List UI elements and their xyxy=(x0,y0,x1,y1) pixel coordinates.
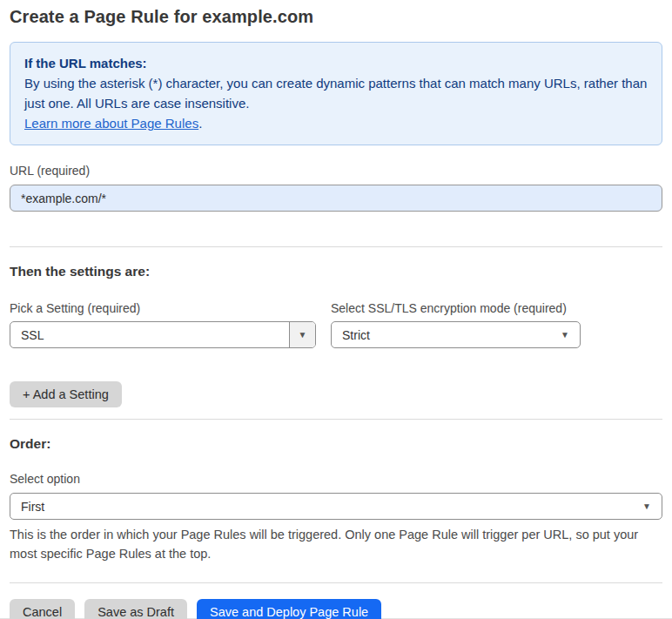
learn-more-link[interactable]: Learn more about Page Rules xyxy=(24,116,198,131)
url-match-info-box: If the URL matches: By using the asteris… xyxy=(10,42,662,145)
chevron-down-icon: ▼ xyxy=(642,501,662,511)
settings-section-heading: Then the settings are: xyxy=(10,264,662,279)
info-box-body: By using the asterisk (*) character, you… xyxy=(24,73,648,113)
create-page-rule-form: Create a Page Rule for example.com If th… xyxy=(0,0,672,619)
cancel-button[interactable]: Cancel xyxy=(10,599,75,619)
order-select[interactable]: First ▼ xyxy=(10,493,662,520)
info-box-heading: If the URL matches: xyxy=(24,53,648,73)
footer-actions: Cancel Save as Draft Save and Deploy Pag… xyxy=(10,599,662,619)
page-title: Create a Page Rule for example.com xyxy=(10,7,662,27)
settings-row: Pick a Setting (required) SSL ▼ Select S… xyxy=(10,301,662,348)
add-setting-button[interactable]: + Add a Setting xyxy=(10,381,122,407)
section-divider xyxy=(10,419,662,420)
pick-setting-field: Pick a Setting (required) SSL ▼ xyxy=(10,301,316,348)
chevron-down-icon: ▼ xyxy=(561,330,580,340)
footer-divider xyxy=(10,582,662,583)
order-select-value: First xyxy=(10,500,642,514)
pick-setting-value: SSL xyxy=(10,328,289,342)
url-field-label: URL (required) xyxy=(10,164,662,178)
link-suffix: . xyxy=(198,116,202,131)
pick-setting-select[interactable]: SSL ▼ xyxy=(10,321,316,348)
encryption-mode-value: Strict xyxy=(332,328,561,342)
encryption-mode-field: Select SSL/TLS encryption mode (required… xyxy=(331,301,581,348)
order-help-text: This is the order in which your Page Rul… xyxy=(10,526,654,563)
url-input[interactable] xyxy=(10,185,662,212)
encryption-mode-select[interactable]: Strict ▼ xyxy=(331,321,581,348)
pick-setting-label: Pick a Setting (required) xyxy=(10,301,316,315)
chevron-down-icon[interactable]: ▼ xyxy=(289,322,315,347)
order-select-label: Select option xyxy=(10,472,662,486)
encryption-mode-label: Select SSL/TLS encryption mode (required… xyxy=(331,301,581,315)
info-box-link-line: Learn more about Page Rules. xyxy=(24,113,648,133)
order-section-heading: Order: xyxy=(10,436,662,452)
save-draft-button[interactable]: Save as Draft xyxy=(84,599,187,619)
section-divider xyxy=(10,246,662,247)
save-deploy-button[interactable]: Save and Deploy Page Rule xyxy=(197,599,381,619)
